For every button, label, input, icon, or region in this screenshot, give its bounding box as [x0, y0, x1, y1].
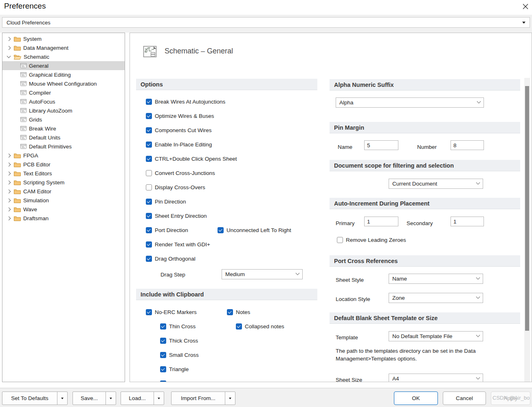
chevron-right-icon[interactable]	[7, 189, 11, 193]
port-cross-references-title: Port Cross References	[334, 258, 398, 264]
display-cross-overs-checkbox[interactable]: Display Cross-Overs	[146, 184, 205, 190]
tree-item-compiler[interactable]: Compiler	[2, 88, 125, 97]
small-cross-checkbox[interactable]: Small Cross	[160, 348, 199, 362]
chevron-right-icon[interactable]	[7, 198, 11, 202]
break-wires-at-autojunctions-checkbox[interactable]: Break Wires At Autojunctions	[146, 99, 225, 105]
convert-cross-junctions-checkbox[interactable]: Convert Cross-Junctions	[146, 170, 215, 176]
tree-item-draftsman[interactable]: Draftsman	[2, 214, 125, 223]
load-button[interactable]: Load...	[121, 392, 154, 405]
checkbox-checkbox[interactable]: Checkbox	[160, 376, 193, 382]
chevron-down-icon	[296, 271, 300, 275]
tree-item-graphical-editing[interactable]: Graphical Editing	[2, 70, 125, 79]
sheet-style-dropdown[interactable]: Name	[389, 274, 483, 284]
import-from-split-button: Import From...	[171, 392, 235, 405]
unconnected-left-to-right-checkbox[interactable]: Unconnected Left To Right	[218, 227, 291, 233]
tree-item-pcb-editor[interactable]: PCB Editor	[2, 160, 125, 169]
load-menu-button[interactable]	[154, 392, 164, 405]
cancel-button[interactable]: Cancel	[443, 392, 486, 405]
location-style-dropdown[interactable]: Zone	[389, 293, 483, 303]
tree-item-label: System	[23, 36, 42, 42]
options-checkbox-list: Break Wires At AutojunctionsOptimize Wir…	[146, 95, 321, 266]
tree-item-cam-editor[interactable]: CAM Editor	[2, 187, 125, 196]
sheet-entry-direction-checkbox[interactable]: Sheet Entry Direction	[146, 213, 207, 219]
tree-item-fpga[interactable]: FPGA	[2, 151, 125, 160]
set-to-defaults-menu-button[interactable]	[57, 392, 67, 405]
chevron-right-icon[interactable]	[7, 180, 11, 184]
drag-orthogonal-checkbox[interactable]: Drag Orthogonal	[146, 256, 196, 262]
close-icon[interactable]	[521, 2, 530, 11]
chevron-right-icon[interactable]	[7, 46, 11, 50]
tree-item-label: Simulation	[23, 197, 49, 204]
drag-step-dropdown[interactable]: Medium	[222, 269, 303, 279]
document-scope-title: Document scope for filtering and selecti…	[334, 162, 454, 169]
tree-item-simulation[interactable]: Simulation	[2, 196, 125, 205]
chevron-right-icon[interactable]	[7, 162, 11, 166]
render-text-with-gdi-checkbox[interactable]: Render Text with GDI+	[146, 241, 210, 248]
chevron-down-icon[interactable]	[7, 54, 11, 58]
ctrl-double-click-opens-sheet-checkbox[interactable]: CTRL+Double Click Opens Sheet	[146, 156, 237, 162]
optimize-wires-buses-checkbox[interactable]: Optimize Wires & Buses	[146, 113, 214, 119]
scrollbar-track[interactable]	[524, 78, 530, 382]
pin-direction-checkbox[interactable]: Pin Direction	[146, 199, 186, 205]
scrollbar-thumb[interactable]	[525, 86, 529, 331]
save-split-button: Save...	[73, 392, 116, 405]
tree-item-wave[interactable]: Wave	[2, 205, 125, 214]
checkbox-checked-icon	[146, 156, 152, 162]
chevron-right-icon[interactable]	[7, 171, 11, 175]
tree-item-mouse-wheel-configuration[interactable]: Mouse Wheel Configuration	[2, 79, 125, 88]
tree-item-system[interactable]: System	[2, 34, 125, 43]
tree-item-schematic[interactable]: Schematic	[2, 52, 125, 61]
tree-item-default-primitives[interactable]: Default Primitives	[2, 142, 125, 151]
load-split-button: Load...	[121, 392, 164, 405]
save-menu-button[interactable]	[106, 392, 116, 405]
folder-open-icon	[14, 54, 21, 60]
notes-checkbox[interactable]: Notes	[227, 305, 250, 319]
set-to-defaults-button[interactable]: Set To Defaults	[2, 392, 57, 405]
import-from-menu-button[interactable]	[225, 392, 235, 405]
cloud-preferences-dropdown[interactable]: Cloud Preferences	[2, 17, 530, 28]
sheet-size-dropdown[interactable]: A4	[389, 374, 483, 382]
tree-item-break-wire[interactable]: Break Wire	[2, 124, 125, 133]
chevron-right-icon[interactable]	[7, 37, 11, 41]
tree-item-autofocus[interactable]: AutoFocus	[2, 97, 125, 106]
chevron-right-icon[interactable]	[7, 207, 11, 211]
secondary-input[interactable]	[451, 217, 484, 226]
no-erc-markers-checkbox[interactable]: No-ERC Markers	[146, 305, 197, 319]
tree-item-general[interactable]: General	[2, 61, 125, 70]
tree-item-default-units[interactable]: Default Units	[2, 133, 125, 142]
options-section-header: Options	[136, 79, 317, 90]
document-scope-dropdown[interactable]: Current Document	[389, 179, 483, 189]
sheet-style-label: Sheet Style	[336, 277, 364, 283]
folder-icon	[14, 45, 21, 51]
default-blank-sheet-title: Default Blank Sheet Template or Size	[334, 315, 437, 321]
template-dropdown[interactable]: No Default Template File	[389, 331, 483, 341]
tree-item-scripting-system[interactable]: Scripting System	[2, 178, 125, 187]
primary-input[interactable]	[364, 217, 398, 226]
tree-item-library-autozoom[interactable]: Library AutoZoom	[2, 106, 125, 115]
pin-margin-number-input[interactable]	[451, 140, 484, 150]
collapsed-notes-checkbox[interactable]: Collapsed notes	[236, 319, 284, 334]
checkbox-checked-icon	[160, 366, 166, 372]
remove-leading-zeroes-checkbox[interactable]: Remove Leading Zeroes	[337, 237, 406, 243]
save-button[interactable]: Save...	[73, 392, 106, 405]
alpha-numeric-suffix-dropdown[interactable]: Alpha	[336, 97, 484, 108]
thick-cross-checkbox[interactable]: Thick Cross	[160, 334, 198, 348]
checkbox-checked-icon	[146, 241, 152, 248]
triangle-checkbox[interactable]: Triangle	[160, 362, 189, 376]
port-direction-checkbox[interactable]: Port Direction	[146, 227, 188, 233]
enable-in-place-editing-checkbox[interactable]: Enable In-Place Editing	[146, 142, 212, 148]
document-scope-header: Document scope for filtering and selecti…	[330, 160, 520, 171]
ok-button[interactable]: OK	[394, 392, 438, 405]
pin-margin-header: Pin Margin	[330, 122, 520, 133]
checkbox-checked-icon	[160, 323, 166, 330]
tree-item-text-editors[interactable]: Text Editors	[2, 169, 125, 178]
chevron-right-icon[interactable]	[7, 153, 11, 157]
thin-cross-checkbox[interactable]: Thin Cross	[160, 319, 196, 334]
components-cut-wires-checkbox[interactable]: Components Cut Wires	[146, 127, 212, 133]
chevron-right-icon[interactable]	[7, 216, 11, 220]
tree-item-data-management[interactable]: Data Management	[2, 43, 125, 52]
import-from-button[interactable]: Import From...	[171, 392, 225, 405]
pin-margin-name-input[interactable]	[364, 140, 398, 150]
components-cut-wires-label: Components Cut Wires	[155, 127, 212, 133]
tree-item-grids[interactable]: Grids	[2, 115, 125, 124]
